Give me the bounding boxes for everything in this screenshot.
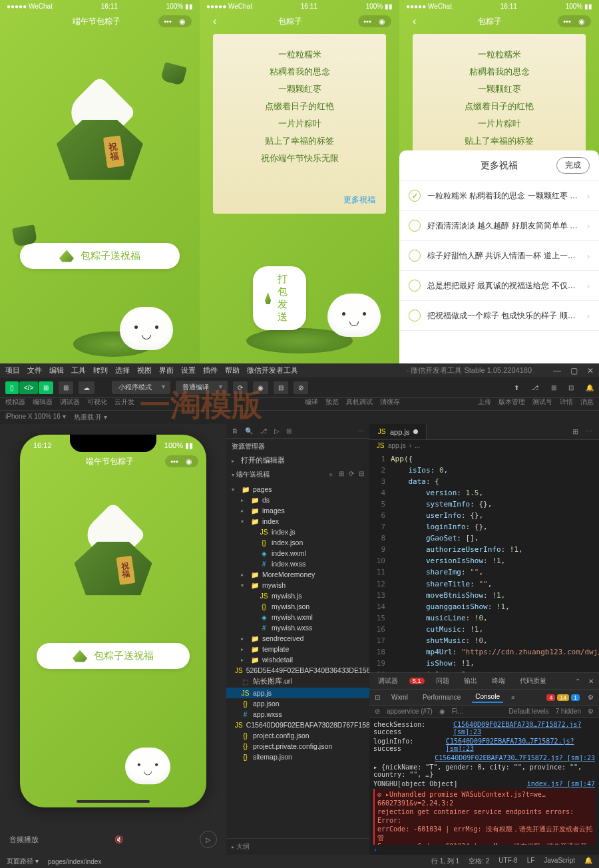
new-file-icon[interactable]: ＋ [327, 470, 334, 479]
tree-item[interactable]: ▸ 📁 template [226, 644, 369, 654]
console-prompt[interactable]: › [369, 845, 599, 855]
send-button[interactable]: 打包发送 [253, 266, 306, 330]
code-editor[interactable]: 1234567891011121314151617181920 App({ is… [369, 451, 599, 672]
panel-close-icon[interactable]: ✕ [588, 678, 594, 685]
debugger-toggle[interactable]: ⊞ [39, 381, 53, 394]
sim-action-button[interactable]: 包粽子送祝福 [37, 643, 190, 669]
radio-icon[interactable] [409, 310, 421, 322]
panel-up-icon[interactable]: ⌃ [575, 678, 580, 685]
tree-item[interactable]: {} sitemap.json [226, 752, 369, 762]
console-log[interactable]: ▸ {nickName: "T", gender: 0, city: "", p… [373, 762, 595, 779]
device-select[interactable]: iPhone X 100% 16 ▾ [5, 413, 66, 422]
breadcrumb[interactable]: JS app.js › ... [369, 440, 599, 451]
radio-icon[interactable] [409, 250, 421, 262]
tree-item[interactable]: JS 526D5E449F02EBAF340B36433DE15872.js [226, 665, 369, 676]
info-count[interactable]: 1 [571, 694, 580, 701]
menu-item[interactable]: 视图 [137, 365, 152, 375]
menu-item[interactable]: 帮助 [225, 365, 240, 375]
visual-toggle[interactable]: ⊞ [59, 381, 73, 394]
compile-select[interactable]: 普通编译 [176, 381, 228, 394]
back-button[interactable]: ‹ [407, 15, 421, 27]
menu-icon[interactable]: ••• [164, 17, 172, 25]
explorer-icon[interactable]: 🗎 [232, 427, 238, 435]
tree-item[interactable]: {} project.private.config.json [226, 741, 369, 752]
maximize-icon[interactable]: ▢ [570, 366, 578, 375]
error-count[interactable]: 4 [546, 694, 555, 701]
menu-item[interactable]: 转到 [93, 365, 108, 375]
menu-item[interactable]: 微信开发者工具 [247, 365, 298, 375]
console-error[interactable]: ⊘ ▸Unhandled promise WASubContext.js?t=w… [373, 789, 595, 845]
tab-output[interactable]: 输出 [461, 675, 481, 687]
split-icon[interactable]: ⊞ [572, 427, 578, 436]
console-log[interactable]: checkSession: successC15640D09F02EBAFA73… [373, 720, 595, 736]
menu-item[interactable]: 界面 [159, 365, 174, 375]
ext-icon[interactable]: ⊞ [286, 427, 292, 435]
more-wishes-link[interactable]: 更多祝福 [343, 194, 375, 206]
outline-section[interactable]: ▸ 大纲 [226, 838, 369, 855]
console-log[interactable]: YONGHU[object Object]index.js? [sm]:47 [373, 779, 595, 788]
editor-tab-active[interactable]: JS app.js [369, 424, 427, 439]
eye-icon[interactable]: ◉ [439, 708, 445, 715]
subtab-wxml[interactable]: Wxml [388, 692, 411, 702]
debug-icon[interactable]: ▷ [274, 427, 280, 435]
filter-input[interactable]: Fi… [452, 708, 502, 715]
bell-icon[interactable]: 🔔 [584, 857, 592, 866]
tree-item[interactable]: # mywish.wxss [226, 622, 369, 633]
levels-select[interactable]: Default levels [509, 708, 549, 715]
menu-item[interactable]: 工具 [71, 365, 86, 375]
menu-item[interactable]: 文件 [27, 365, 42, 375]
close-icon[interactable]: ◉ [578, 17, 586, 25]
cloud-toggle[interactable]: ☁ [79, 381, 95, 394]
more-tabs-icon[interactable]: » [511, 694, 515, 701]
back-button[interactable]: ‹ [208, 15, 222, 27]
message-icon[interactable]: 🔔 [586, 384, 594, 391]
cursor-position[interactable]: 行 1, 列 1 [431, 857, 459, 866]
tab-terminal[interactable]: 终端 [489, 675, 508, 687]
menu-icon[interactable]: ••• [563, 17, 571, 25]
clear-console-icon[interactable]: ⊘ [375, 708, 380, 715]
refresh-icon[interactable]: ⟳ [349, 470, 354, 479]
minimize-icon[interactable]: — [553, 366, 561, 375]
page-path[interactable]: pages/index/index [48, 858, 102, 865]
console-output[interactable]: checkSession: successC15640D09F02EBAFA73… [369, 718, 599, 845]
branch-icon[interactable]: ⎇ [260, 427, 268, 435]
capsule-button[interactable]: ••• ◉ [558, 15, 591, 27]
tree-item[interactable]: ▾ 📁 mywish [226, 580, 369, 590]
project-section[interactable]: ▾ 端午送祝福 ＋ ⊞ ⟳ ⊟ [226, 467, 369, 483]
subtab-performance[interactable]: Performance [419, 692, 464, 702]
menu-item[interactable]: 项目 [5, 365, 20, 375]
capsule-button[interactable]: ••• ◉ [165, 455, 198, 467]
tree-item[interactable]: ▾ 📁 index [226, 516, 369, 527]
wish-item[interactable]: 总是想把最好 最真诚的祝福送给您 不仅是在每… › [399, 271, 599, 301]
clear-cache-button[interactable]: ⊘ [294, 381, 308, 394]
more-icon[interactable]: ⋯ [585, 427, 592, 436]
collapse-icon[interactable]: ⊟ [359, 470, 364, 479]
wish-item[interactable]: 一粒粒糯米 粘稠着我的思念 一颗颗红枣 点缀着… › [399, 181, 599, 211]
tree-item[interactable]: ▸ 📁 sendreceived [226, 633, 369, 644]
preview-button[interactable]: ◉ [253, 381, 268, 394]
tree-item[interactable]: ▾ 📁 pages [226, 484, 369, 495]
tree-item[interactable]: ▸ 📁 wishdetail [226, 654, 369, 665]
console-log[interactable]: loginInfo: successC15640D09F02EBAFA730…7… [373, 736, 595, 753]
indent-setting[interactable]: 空格: 2 [469, 857, 489, 866]
detail-icon[interactable]: ⊡ [568, 384, 574, 391]
tree-item[interactable]: ▸ 📁 MoreMoremoney [226, 569, 369, 580]
radio-icon[interactable] [409, 280, 421, 292]
wish-item[interactable]: 好酒清清淡淡 越久越醇 好朋友简简单单 越久越… › [399, 211, 599, 241]
subtab-console[interactable]: Console [472, 692, 503, 703]
tree-item[interactable]: ◈ index.wxml [226, 548, 369, 558]
menu-item[interactable]: 插件 [203, 365, 218, 375]
tab-debugger[interactable]: 调试器 [375, 675, 401, 687]
test-icon[interactable]: ⊞ [551, 384, 556, 391]
radio-icon[interactable] [409, 220, 421, 232]
tree-item[interactable]: # app.wxss [226, 709, 369, 720]
radio-icon[interactable] [409, 190, 421, 202]
tree-item[interactable]: ▸ 📁 images [226, 505, 369, 516]
hot-reload-select[interactable]: 热重载 开 ▾ [74, 413, 108, 422]
main-action-button[interactable]: 包粽子送祝福 [20, 243, 180, 269]
close-icon[interactable]: ◉ [178, 17, 186, 25]
close-icon[interactable]: ✕ [587, 366, 594, 375]
menu-item[interactable]: 编辑 [49, 365, 64, 375]
new-folder-icon[interactable]: ⊞ [339, 470, 344, 479]
wish-item[interactable]: 棕子好甜怡人醉 共诉人情酒一杯 道上一句祝福… › [399, 241, 599, 271]
